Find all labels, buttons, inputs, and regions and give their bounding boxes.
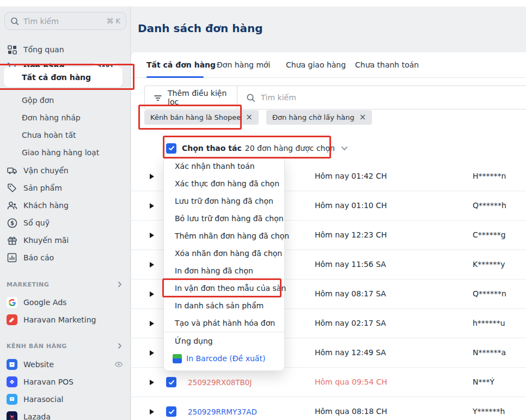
sidebar-item-bulk-shipping[interactable]: Giao hàng hàng loạt [0,144,131,161]
truck-icon [7,165,17,176]
website-icon [7,359,17,370]
sidebar-item-overview[interactable]: Tổng quan [0,41,131,58]
select-all-checkbox[interactable] [166,143,176,154]
expand-arrow-icon[interactable] [150,409,154,415]
order-customer: K******y [473,260,505,269]
tag-icon [7,182,17,193]
sidebar-item-google-ads[interactable]: Google Ads [0,294,131,311]
sidebar-item-all-orders[interactable]: Tất cả đơn hàng [4,67,123,87]
top-strip [0,0,526,7]
sidebar-item-incomplete[interactable]: Chưa hoàn tất [0,126,131,144]
expand-arrow-icon[interactable] [150,350,154,356]
sidebar-item-products[interactable]: Sản phẩm [0,179,131,197]
choose-action-label[interactable]: Chọn thao tác [182,144,242,153]
tab-not-shipped[interactable]: Chưa giao hàng [286,52,346,78]
sidebar-item-label: Khách hàng [23,201,69,210]
expand-arrow-icon[interactable] [150,233,154,238]
haravan-pos-icon [7,376,17,387]
close-icon[interactable]: × [359,113,366,121]
menu-item-confirm-payment[interactable]: Xác nhận thanh toán [164,157,284,175]
menu-item-label: In Barcode (Đề xuất) [186,354,265,363]
order-date: Hôm nay 01:42 CH [315,172,387,180]
sidebar-item-reports[interactable]: Báo cáo [0,249,131,266]
order-date: Hôm qua 08:18 CH [315,407,387,416]
order-id-link[interactable]: 250929RRMY37AD [188,407,257,416]
bar-chart-icon [7,252,17,263]
grid-icon [7,44,17,55]
sidebar-section-marketing[interactable]: MARKETING [0,278,131,291]
sidebar-item-label: Báo cáo [23,253,54,262]
sidebar-item-label: Haravan POS [23,378,74,386]
sidebar-item-promotions[interactable]: Khuyến mãi [0,232,131,249]
menu-item-add-tags[interactable]: Thêm nhãn đơn hàng đã chọn [164,227,284,245]
sidebar-item-lazada[interactable]: Lazada Lazada [0,408,131,420]
order-date: Hôm nay 02:17 SA [315,319,386,327]
filter-bar: Thêm điều kiện lọc [144,86,526,109]
expand-arrow-icon[interactable] [150,291,154,297]
gift-icon [7,235,17,246]
orders-search[interactable] [237,86,526,109]
tab-all-orders[interactable]: Tất cả đơn hàng [146,52,216,78]
expand-arrow-icon[interactable] [150,262,154,267]
close-icon[interactable]: × [246,113,253,121]
haravan-marketing-icon [7,314,17,325]
order-date: Hôm nay 08:17 SA [315,289,386,298]
orders-search-input[interactable] [261,93,526,102]
add-filter-label: Thêm điều kiện lọc [168,89,237,106]
order-id-link[interactable]: 250929RX08TB0J [188,378,252,387]
sidebar-item-website[interactable]: Website [0,356,131,373]
table-row[interactable]: 250929RX08TB0J Hôm qua 09:54 CH N***Ý [131,368,526,397]
selected-count-label: 20 đơn hàng được chọn [245,144,335,153]
row-checkbox[interactable] [166,406,176,417]
menu-item-print-product-list[interactable]: In danh sách sản phẩm [164,297,284,314]
sidebar-item-shipping[interactable]: Vận chuyển [0,162,131,179]
sidebar-item-haravan-marketing[interactable]: Haravan Marketing [0,311,131,328]
order-date: Hôm nay 12:23 CH [315,230,387,239]
page-title: Danh sách đơn hàng [138,22,263,35]
sidebar-item-label: Website [23,360,54,369]
tab-unpaid[interactable]: Chưa thanh toán [355,52,419,78]
sidebar-item-label: Harasocial [23,395,63,404]
sidebar-item-merge-orders[interactable]: Gộp đơn [0,92,131,109]
eye-icon[interactable] [114,360,123,369]
sidebar-item-haravan-pos[interactable]: Haravan POS [0,373,131,391]
tab-new-orders[interactable]: Đơn hàng mới [217,52,271,78]
filter-chip-awaiting-pickup[interactable]: Đơn hàng chờ lấy hàng × [266,110,372,125]
table-row[interactable]: 250929RRMY37AD Hôm qua 08:18 CH Y******h [131,397,526,420]
people-icon [7,200,17,211]
sidebar-item-harasocial[interactable]: Harasocial [0,391,131,408]
expand-arrow-icon[interactable] [150,203,154,209]
row-checkbox[interactable] [166,377,176,387]
expand-arrow-icon[interactable] [150,174,154,179]
sidebar-item-label: Vận chuyển [23,166,69,175]
menu-item-unarchive-orders[interactable]: Bỏ lưu trữ đơn hàng đã chọn [164,210,284,227]
menu-item-remove-tags[interactable]: Xóa nhãn đơn hàng đã chọn [164,245,284,262]
sidebar-item-draft-orders[interactable]: Đơn hàng nháp [0,109,131,126]
filter-chips: Kênh bán hàng là Shopee × Đơn hàng chờ l… [144,110,372,125]
sidebar-section-sales-channels[interactable]: KÊNH BÁN HÀNG [0,339,131,352]
dollar-circle-icon: $ [7,217,17,228]
chevron-down-icon[interactable] [340,144,348,153]
menu-item-verify-orders[interactable]: Xác thực đơn hàng đã chọn [164,175,284,192]
filter-chip-channel-shopee[interactable]: Kênh bán hàng là Shopee × [144,110,259,125]
add-filter-button[interactable]: Thêm điều kiện lọc [145,86,237,109]
order-customer: Q******n [473,289,506,298]
search-shortcut: ⌘ K [106,17,120,25]
menu-item-archive-orders[interactable]: Lưu trữ đơn hàng đã chọn [164,192,284,210]
bulk-actions-dropdown: Xác nhận thanh toán Xác thực đơn hàng đã… [163,157,285,371]
menu-item-print-marketplace-labels[interactable]: In vận đơn theo mẫu của sàn [164,279,284,297]
svg-text:Lazada: Lazada [9,418,15,420]
menu-item-print-orders[interactable]: In đơn hàng đã chọn [164,262,284,279]
menu-item-create-invoice[interactable]: Tạo và phát hành hóa đơn [164,314,284,332]
sidebar-search-input[interactable] [23,17,102,26]
chevron-right-icon [117,343,123,349]
expand-arrow-icon[interactable] [150,380,154,385]
expand-arrow-icon[interactable] [150,321,154,326]
sidebar-search[interactable]: ⌘ K [4,12,126,30]
sidebar-item-cashbook[interactable]: $ Sổ quỹ [0,214,131,232]
menu-item-print-barcode[interactable]: In Barcode (Đề xuất) [164,350,284,367]
sidebar-item-customers[interactable]: Khách hàng [0,197,131,214]
order-customer: Q******h [473,201,506,210]
menu-section-apps: Ứng dụng [164,332,284,350]
sidebar-item-label: Haravan Marketing [23,315,96,324]
